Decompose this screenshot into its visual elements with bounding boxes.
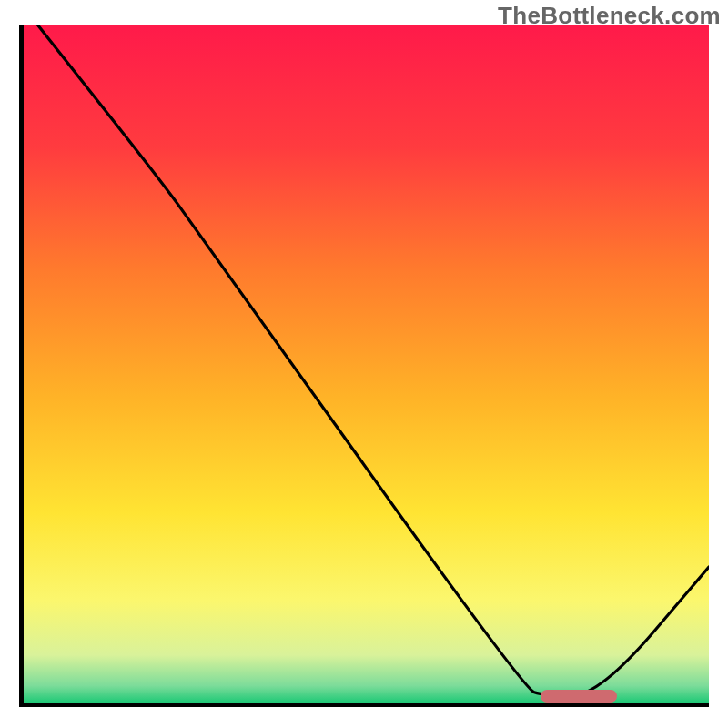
plot-area bbox=[24, 25, 709, 703]
bottleneck-curve bbox=[24, 25, 709, 703]
chart-stage: TheBottleneck.com bbox=[0, 0, 728, 728]
optimal-range-marker bbox=[541, 690, 616, 703]
